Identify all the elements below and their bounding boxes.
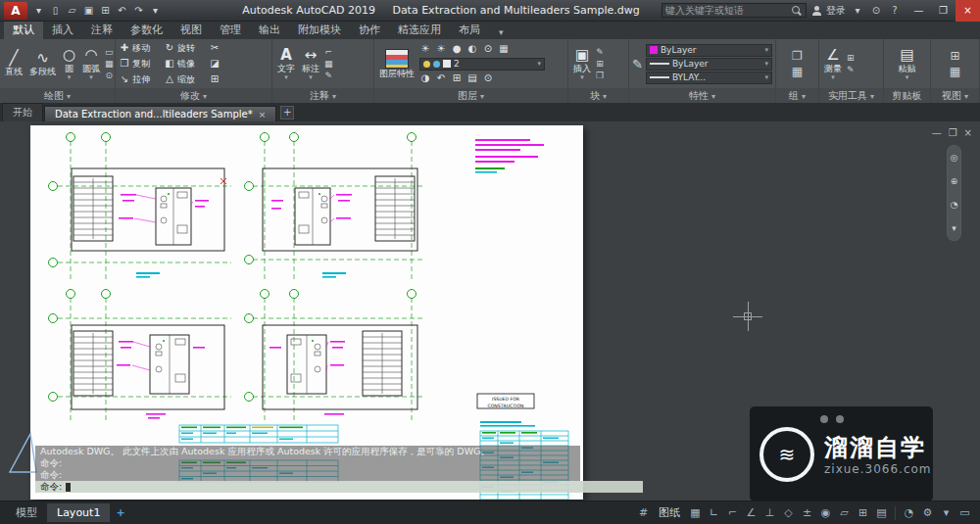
ungroup-icon[interactable]: ▦ xyxy=(792,65,803,78)
search-icon[interactable] xyxy=(792,5,803,16)
window-close-button[interactable]: × xyxy=(956,0,980,22)
rectangle-icon[interactable]: ▭ xyxy=(105,47,114,57)
measure-button[interactable]: ∠ 测量 ▾ xyxy=(822,47,844,81)
viewport-minimize-icon[interactable]: — xyxy=(932,127,942,138)
layer-isolate-icon[interactable]: ◐ xyxy=(466,43,478,55)
erase-icon[interactable]: ◪ xyxy=(209,58,220,70)
layer-merge-icon[interactable]: ⊙ xyxy=(482,72,494,84)
dimension-button[interactable]: ↔ 标注 ▾ xyxy=(300,47,321,81)
text-style-icon[interactable]: ✎ xyxy=(324,71,332,80)
plot-icon[interactable]: ⊞ xyxy=(97,5,114,16)
rotate-button[interactable]: ↻旋转 xyxy=(164,42,207,55)
grid-icon[interactable]: # xyxy=(634,506,653,519)
tab-manage[interactable]: 管理 xyxy=(211,21,250,39)
zoom-icon[interactable]: ⊕ xyxy=(951,176,958,186)
block-define-icon[interactable]: ⊞ xyxy=(596,59,604,69)
search-input[interactable] xyxy=(665,5,789,16)
tab-parametric[interactable]: 参数化 xyxy=(122,21,172,39)
app-menu-caret-icon[interactable]: ▾ xyxy=(30,5,47,16)
region-icon[interactable]: ⊙ xyxy=(106,71,114,80)
open-icon[interactable]: ▱ xyxy=(64,5,80,16)
stretch-button[interactable]: ↘拉伸 xyxy=(119,73,162,86)
layout1-tab[interactable]: Layout1 xyxy=(47,503,110,522)
circle-button[interactable]: ○ 圆 ▾ xyxy=(61,47,77,81)
tab-featured-apps[interactable]: 精选应用 xyxy=(389,21,450,39)
orbit-icon[interactable]: ◔ xyxy=(951,200,958,210)
tab-insert[interactable]: 插入 xyxy=(43,21,82,39)
layer-properties-button[interactable]: 图层特性 xyxy=(377,49,416,79)
selection-cycling-icon[interactable]: ▱ xyxy=(835,506,854,519)
named-views-icon[interactable]: ▦ xyxy=(950,65,960,78)
transparency-icon[interactable]: ◉ xyxy=(816,506,835,519)
clean-screen-icon[interactable]: ▭ xyxy=(956,506,974,519)
match-properties-button[interactable]: ✎ xyxy=(632,57,643,71)
window-maximize-button[interactable]: ❐ xyxy=(931,0,956,22)
snap-icon[interactable]: ▦ xyxy=(686,506,705,519)
leader-icon[interactable]: ⌐ xyxy=(324,47,332,57)
panel-properties-label[interactable]: 特性 ▾ xyxy=(629,88,775,103)
line-button[interactable]: ╱ 直线 xyxy=(3,50,24,77)
annotation-visibility-icon[interactable]: ▤ xyxy=(872,506,891,519)
signin-person-icon[interactable] xyxy=(811,6,821,16)
layer-freeze-icon[interactable]: ⊙ xyxy=(482,43,494,55)
help-search[interactable] xyxy=(662,3,807,18)
paste-button[interactable]: ▤ 粘贴 ▾ xyxy=(897,47,918,81)
table-icon[interactable]: ▦ xyxy=(324,59,333,69)
paper-space-button[interactable]: 图纸 xyxy=(659,505,680,520)
tab-output[interactable]: 输出 xyxy=(250,21,289,39)
mirror-button[interactable]: ◧镜像 xyxy=(164,58,207,71)
lineweight-display-icon[interactable]: ± xyxy=(798,506,816,519)
panel-view-label[interactable]: 视图 ▾ xyxy=(931,88,979,103)
layer-match-icon[interactable]: ◑ xyxy=(419,72,431,84)
isodraft-icon[interactable]: ∠ xyxy=(742,506,760,519)
layer-dropdown[interactable]: 2 ▾ xyxy=(419,58,545,71)
id-point-icon[interactable]: ✎ xyxy=(847,65,855,74)
tab-view[interactable]: 视图 xyxy=(172,21,211,39)
help-icon[interactable]: ? xyxy=(888,5,902,16)
layer-on-icon[interactable]: ☀ xyxy=(419,43,431,55)
drawing-area[interactable]: ISSUED FOR CONSTRUCTION — ❐ × ◎ ⊕ ◔ ▾ Au… xyxy=(0,121,980,500)
autocad-logo[interactable]: A xyxy=(4,2,27,20)
quick-select-icon[interactable]: ⊞ xyxy=(847,53,855,63)
command-input-line[interactable]: 命令: xyxy=(35,481,643,493)
copy-button[interactable]: ❐复制 xyxy=(119,58,162,71)
layer-off-icon[interactable]: ▦ xyxy=(498,43,510,55)
panel-draw-label[interactable]: 绘图 ▾ xyxy=(0,88,115,103)
panel-modify-label[interactable]: 修改 ▾ xyxy=(116,88,271,103)
notification-icon[interactable]: ⊙ xyxy=(869,5,883,16)
insert-block-button[interactable]: ▣ 插入 ▾ xyxy=(571,47,593,81)
block-attr-icon[interactable]: ❐ xyxy=(596,71,604,80)
text-button[interactable]: A 文字 ▾ xyxy=(275,47,297,81)
navbar-more-icon[interactable]: ▾ xyxy=(952,223,956,233)
workspace-switching-icon[interactable]: ◔ xyxy=(900,506,918,519)
lineweight-dropdown[interactable]: ByLayer ▾ xyxy=(646,58,772,71)
panel-groups-label[interactable]: 组 ▾ xyxy=(776,88,818,103)
trim-icon[interactable]: ✂ xyxy=(209,42,220,54)
new-layout-button[interactable]: + xyxy=(110,503,130,522)
file-tab-start[interactable]: 开始 xyxy=(2,103,43,121)
ortho-icon[interactable]: ∟ xyxy=(705,506,723,519)
tab-layout[interactable]: 布局 xyxy=(450,21,489,39)
group-icon[interactable]: ❐ xyxy=(792,49,803,63)
signin-caret-icon[interactable]: ▾ xyxy=(851,5,864,16)
array-icon[interactable]: ⊞ xyxy=(209,73,220,85)
block-edit-icon[interactable]: ✎ xyxy=(596,47,604,57)
viewport-restore-icon[interactable]: ❐ xyxy=(949,127,957,138)
layer-walk-icon[interactable]: ⊞ xyxy=(451,72,463,84)
quick-access-caret-icon[interactable]: ▾ xyxy=(147,5,164,16)
file-tab-close-icon[interactable]: × xyxy=(259,110,267,119)
layer-prev-icon[interactable]: ↶ xyxy=(435,72,447,84)
signin-label[interactable]: 登录 xyxy=(826,4,846,18)
panel-annotation-label[interactable]: 注释 ▾ xyxy=(272,88,373,103)
layer-thaw-icon[interactable]: ☀ xyxy=(435,43,447,55)
layer-lock-icon[interactable]: ● xyxy=(451,43,463,55)
polyline-button[interactable]: ∿ 多段线 xyxy=(27,50,58,77)
osnap-tracking-icon[interactable]: ⊥ xyxy=(760,506,779,519)
window-minimize-button[interactable]: — xyxy=(906,0,931,22)
viewport-close-icon[interactable]: × xyxy=(964,127,972,138)
steering-wheel-icon[interactable]: ◎ xyxy=(951,153,958,163)
hatch-icon[interactable]: ▦ xyxy=(105,59,114,69)
scale-button[interactable]: △缩放 xyxy=(164,73,207,86)
settings-gear-icon[interactable]: ⚙ xyxy=(918,506,937,519)
osnap-icon[interactable]: ◇ xyxy=(779,506,798,519)
